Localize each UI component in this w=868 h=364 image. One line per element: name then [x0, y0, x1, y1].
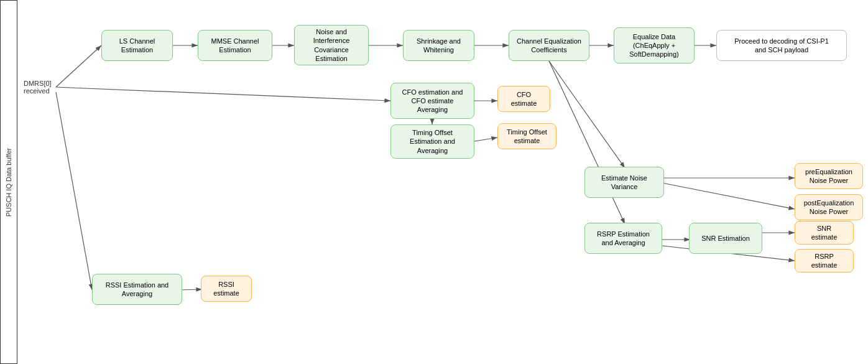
svg-line-12: [549, 61, 625, 168]
snr-estimation-label: SNR Estimation: [701, 234, 750, 243]
svg-line-20: [179, 289, 202, 290]
ls-channel-estimation-box: LS ChannelEstimation: [101, 30, 173, 61]
svg-line-19: [56, 92, 92, 290]
mmse-channel-label: MMSE ChannelEstimation: [211, 37, 259, 55]
svg-line-1: [56, 45, 101, 87]
svg-line-14: [662, 183, 795, 209]
rssi-estimate-label: RSSIestimate: [213, 280, 239, 298]
cfo-estimation-label: CFO estimation andCFO estimateAveraging: [402, 88, 463, 114]
rssi-estimation-box: RSSI Estimation andAveraging: [92, 274, 182, 305]
cfo-estimation-box: CFO estimation andCFO estimateAveraging: [390, 83, 474, 119]
rsrp-estimation-box: RSRP Estimationand Averaging: [584, 223, 662, 254]
rsrp-estimation-label: RSRP Estimationand Averaging: [597, 230, 650, 248]
snr-estimation-box: SNR Estimation: [689, 223, 762, 254]
estimate-noise-variance-box: Estimate NoiseVariance: [584, 167, 664, 198]
timing-offset-estimate-label: Timing Offsetestimate: [507, 128, 547, 146]
rssi-estimation-label: RSSI Estimation andAveraging: [106, 281, 169, 299]
mmse-channel-estimation-box: MMSE ChannelEstimation: [198, 30, 272, 61]
rssi-estimate-box: RSSIestimate: [201, 276, 252, 302]
post-equalization-noise-box: postEqualizationNoise Power: [795, 194, 863, 220]
timing-offset-box: Timing OffsetEstimation andAveraging: [390, 124, 474, 159]
svg-line-11: [474, 138, 497, 141]
diagram-container: PUSCH IQ Data buffer DMRS[0]received: [0, 0, 868, 364]
svg-line-15: [549, 61, 625, 224]
channel-eq-coefficients-box: Channel EqualizationCoefficients: [509, 30, 589, 61]
equalize-data-label: Equalize Data(ChEqApply +SoftDemapping): [629, 32, 679, 59]
svg-line-8: [56, 87, 390, 101]
cfo-estimate-box: CFOestimate: [497, 86, 550, 112]
shrinkage-whitening-box: Shrinkage andWhitening: [403, 30, 474, 61]
cfo-estimate-label: CFOestimate: [511, 90, 537, 108]
pre-eq-noise-label: preEqualizationNoise Power: [805, 167, 852, 185]
dmrs-received-label: DMRS[0]received: [24, 80, 52, 95]
rsrp-estimate-box: RSRPestimate: [795, 249, 854, 273]
channel-eq-label: Channel EqualizationCoefficients: [517, 37, 581, 55]
noise-interference-label: Noise andInterferenceCovarianceEstimatio…: [313, 27, 350, 63]
snr-estimate-box: SNRestimate: [795, 221, 854, 245]
shrinkage-label: Shrinkage andWhitening: [417, 37, 461, 55]
ls-channel-label: LS ChannelEstimation: [119, 37, 155, 55]
proceed-decoding-label: Proceed to decoding of CSI-P1and SCH pay…: [734, 37, 829, 55]
timing-offset-estimate-box: Timing Offsetestimate: [497, 123, 556, 149]
timing-offset-label: Timing OffsetEstimation andAveraging: [410, 128, 455, 155]
snr-estimate-label: SNRestimate: [811, 224, 838, 242]
proceed-decoding-box: Proceed to decoding of CSI-P1and SCH pay…: [716, 30, 847, 61]
noise-interference-covariance-box: Noise andInterferenceCovarianceEstimatio…: [294, 25, 369, 65]
pre-equalization-noise-box: preEqualizationNoise Power: [795, 163, 863, 189]
rsrp-estimate-label: RSRPestimate: [811, 252, 838, 270]
estimate-noise-label: Estimate NoiseVariance: [601, 174, 647, 192]
post-eq-noise-label: postEqualizationNoise Power: [804, 198, 854, 217]
vertical-label: PUSCH IQ Data buffer: [0, 0, 17, 364]
equalize-data-box: Equalize Data(ChEqApply +SoftDemapping): [614, 27, 695, 63]
